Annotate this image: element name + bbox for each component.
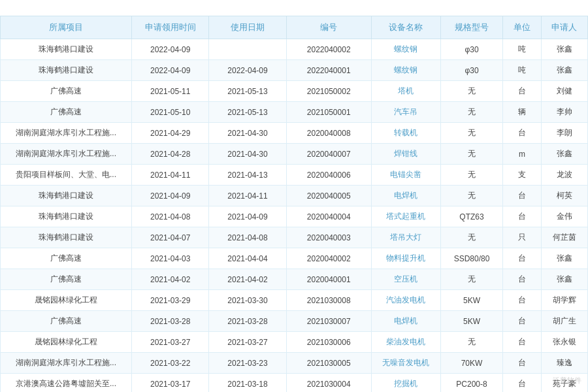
table-cell: 2020040008 (286, 123, 371, 144)
table-body: 珠海鹤港口建设2022-04-092022040002螺纹钢φ30吨张鑫珠海鹤港… (1, 39, 588, 393)
table-cell: 台 (502, 269, 541, 290)
table-cell: 2021-04-03 (132, 248, 209, 269)
table-row: 广佛高速2021-04-022021-04-022020040001空压机无台张… (1, 269, 588, 290)
table-cell: 2020040005 (286, 186, 371, 206)
table-cell[interactable]: 空压机 (371, 269, 440, 290)
table-cell: 支 (502, 165, 541, 186)
device-name-link[interactable]: 挖掘机 (394, 379, 417, 388)
table-cell: 台 (502, 374, 541, 393)
table-row: 珠海鹤港口建设2022-04-092022040002螺纹钢φ30吨张鑫 (1, 39, 588, 60)
table-cell: 台 (502, 353, 541, 374)
table-cell: 无 (441, 165, 503, 186)
table-cell: 2021-04-09 (209, 206, 286, 227)
table-cell: 2021-03-27 (209, 332, 286, 353)
table-cell: 李帅 (541, 102, 587, 123)
table-cell[interactable]: 转载机 (371, 123, 440, 144)
table-cell: 2022040002 (286, 39, 371, 60)
table-cell[interactable]: 汽车吊 (371, 102, 440, 123)
header-cell-2: 使用日期 (209, 16, 286, 39)
table-cell: 2022-04-09 (132, 39, 209, 60)
table-cell: 无 (441, 269, 503, 290)
table-cell: 无 (441, 102, 503, 123)
table-cell: 2021-04-11 (132, 165, 209, 186)
table-cell: 辆 (502, 102, 541, 123)
table-row: 湖南洞庭湖水库引水工程施...2021-04-292021-04-3020200… (1, 123, 588, 144)
table-cell[interactable]: 电锚尖凿 (371, 165, 440, 186)
table-cell: 2021050002 (286, 81, 371, 102)
table-cell: PC200-8 (441, 374, 503, 393)
device-name-link[interactable]: 塔吊大灯 (390, 233, 421, 242)
table-cell: 珠海鹤港口建设 (1, 39, 132, 60)
watermark: 泛普软件 (553, 376, 581, 385)
table-cell: 2021-04-28 (132, 144, 209, 165)
table-cell: 2021-03-30 (209, 290, 286, 311)
table-cell: 5KW (441, 290, 503, 311)
table-cell: 2021-04-08 (209, 227, 286, 248)
table-cell: 广佛高速 (1, 248, 132, 269)
table-cell: 张鑫 (541, 39, 587, 60)
table-cell: 珠海鹤港口建设 (1, 186, 132, 206)
table-cell: 张鑫 (541, 60, 587, 81)
table-cell[interactable]: 螺纹钢 (371, 39, 440, 60)
table-cell: 台 (502, 332, 541, 353)
device-name-link[interactable]: 焊钳线 (394, 149, 417, 158)
device-name-link[interactable]: 转载机 (394, 128, 417, 137)
table-cell: 2021-03-17 (132, 374, 209, 393)
device-name-link[interactable]: 无噪音发电机 (382, 358, 429, 367)
table-cell: 胡广生 (541, 311, 587, 332)
table-cell: 2021-04-04 (209, 248, 286, 269)
table-cell: 晟铭园林绿化工程 (1, 332, 132, 353)
device-name-link[interactable]: 塔式起重机 (386, 212, 425, 221)
table-cell: QTZ63 (441, 206, 503, 227)
device-name-link[interactable]: 柴油发电机 (386, 337, 425, 346)
table-cell[interactable]: 柴油发电机 (371, 332, 440, 353)
table-cell[interactable]: 物料提升机 (371, 248, 440, 269)
table-cell[interactable]: 塔机 (371, 81, 440, 102)
device-name-link[interactable]: 汽油发电机 (386, 295, 425, 304)
table-row: 广佛高速2021-05-102021-05-132021050001汽车吊无辆李… (1, 102, 588, 123)
device-name-link[interactable]: 汽车吊 (394, 107, 417, 116)
table-cell: 5KW (441, 311, 503, 332)
device-name-link[interactable]: 电焊机 (394, 316, 417, 325)
table-cell[interactable]: 塔吊大灯 (371, 227, 440, 248)
table-cell: 2021-04-08 (132, 206, 209, 227)
table-cell: 广佛高速 (1, 311, 132, 332)
table-row: 珠海鹤港口建设2021-04-072021-04-082020040003塔吊大… (1, 227, 588, 248)
table-cell: 台 (502, 206, 541, 227)
device-name-link[interactable]: 螺纹钢 (394, 44, 417, 54)
table-cell[interactable]: 汽油发电机 (371, 290, 440, 311)
device-name-link[interactable]: 空压机 (394, 274, 417, 284)
table-cell: 2021-05-13 (209, 81, 286, 102)
device-name-link[interactable]: 电锚尖凿 (390, 170, 421, 179)
table-cell[interactable]: 螺纹钢 (371, 60, 440, 81)
table-cell: 无 (441, 186, 503, 206)
table-row: 珠海鹤港口建设2021-04-092021-04-112020040005电焊机… (1, 186, 588, 206)
device-name-link[interactable]: 塔机 (398, 86, 414, 95)
device-name-link[interactable]: 物料提升机 (386, 253, 425, 263)
table-cell[interactable]: 无噪音发电机 (371, 353, 440, 374)
table-cell: 柯英 (541, 186, 587, 206)
table-cell (209, 39, 286, 60)
table-cell: φ30 (441, 60, 503, 81)
table-cell[interactable]: 塔式起重机 (371, 206, 440, 227)
device-name-link[interactable]: 螺纹钢 (394, 65, 417, 74)
page-container: 所属项目申请领用时间使用日期编号设备名称规格型号单位申请人 珠海鹤港口建设202… (0, 0, 588, 392)
table-cell: 珠海鹤港口建设 (1, 60, 132, 81)
table-row: 贵阳项目样板间、大堂、电...2021-04-112021-04-1320200… (1, 165, 588, 186)
table-cell: 京港澳高速公路粤墟韶关至... (1, 374, 132, 393)
table-cell: 吨 (502, 60, 541, 81)
table-cell: 无 (441, 227, 503, 248)
table-cell[interactable]: 电焊机 (371, 186, 440, 206)
table-cell: 2021-04-09 (132, 186, 209, 206)
table-cell[interactable]: 挖掘机 (371, 374, 440, 393)
table-cell: 2021030005 (286, 353, 371, 374)
table-cell: 2021-04-02 (132, 269, 209, 290)
table-cell[interactable]: 电焊机 (371, 311, 440, 332)
device-name-link[interactable]: 电焊机 (394, 191, 417, 200)
table-cell[interactable]: 焊钳线 (371, 144, 440, 165)
table-row: 广佛高速2021-03-282021-03-282021030007电焊机5KW… (1, 311, 588, 332)
table-cell: 2020040002 (286, 248, 371, 269)
table-cell: m (502, 144, 541, 165)
table-row: 广佛高速2021-04-032021-04-042020040002物料提升机S… (1, 248, 588, 269)
table-cell: 台 (502, 290, 541, 311)
